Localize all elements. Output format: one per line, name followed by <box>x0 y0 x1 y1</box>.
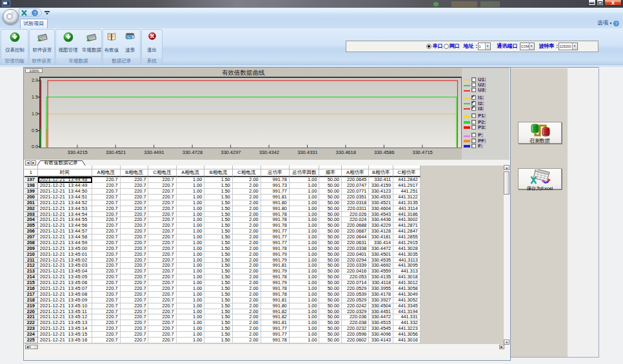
svg-text:?: ? <box>34 10 36 15</box>
